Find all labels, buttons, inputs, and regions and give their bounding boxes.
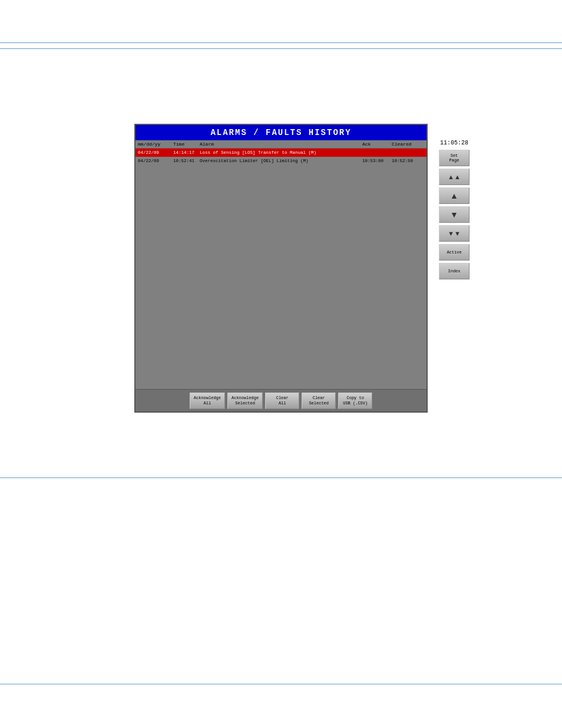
acknowledge-all-button[interactable]: AcknowledgeAll: [190, 393, 225, 409]
set-page-button[interactable]: SetPage: [439, 150, 470, 166]
bottom-line1: [0, 477, 562, 478]
acknowledge-selected-button[interactable]: AcknowledgeSelected: [227, 393, 263, 409]
top-line: [0, 42, 562, 43]
scroll-top-icon: ▲▲: [448, 173, 461, 180]
row-alarm: Overexcitation Limiter [OEL] Limiting (M…: [200, 159, 362, 163]
row-date: 04/22/09: [138, 159, 173, 163]
scroll-bottom-button[interactable]: ▼▼: [439, 225, 470, 242]
alarm-list: 04/22/09 14:14:17 Loss of Sensing [LOS] …: [135, 149, 427, 325]
row-alarm: Loss of Sensing [LOS] Transfer to Manual…: [200, 150, 362, 155]
second-line: [0, 48, 562, 49]
row-ack: 10:53:00: [362, 159, 392, 163]
table-header: mm/dd/yy Time Alarm Ack Cleared: [135, 140, 427, 149]
panel-title: ALARMS / FAULTS HISTORY: [135, 125, 427, 140]
header-alarm: Alarm: [200, 141, 362, 147]
active-button[interactable]: Active: [439, 244, 470, 261]
scroll-up-icon: ▲: [450, 191, 458, 200]
table-row[interactable]: 04/22/09 10:52:41 Overexcitation Limiter…: [135, 157, 427, 165]
scroll-down-icon: ▼: [450, 210, 458, 219]
clear-all-button[interactable]: ClearAll: [265, 393, 299, 409]
row-date: 04/22/09: [138, 150, 173, 155]
time-display: 11:05:28: [440, 140, 468, 146]
row-cleared: 10:52:50: [392, 159, 424, 163]
copy-to-usb-button[interactable]: Copy toUSB (.CSV): [338, 393, 372, 409]
panel-footer: AcknowledgeAll AcknowledgeSelected Clear…: [135, 389, 427, 411]
header-cleared: Cleared: [392, 141, 424, 147]
row-time: 14:14:17: [173, 150, 200, 155]
clear-selected-button[interactable]: ClearSelected: [302, 393, 336, 409]
header-date: mm/dd/yy: [138, 141, 173, 147]
header-time: Time: [173, 141, 200, 147]
scroll-bottom-icon: ▼▼: [448, 230, 461, 237]
row-time: 10:52:41: [173, 159, 200, 163]
bottom-line2: [0, 684, 562, 684]
table-row[interactable]: 04/22/09 14:14:17 Loss of Sensing [LOS] …: [135, 149, 427, 157]
header-ack: Ack: [362, 141, 392, 147]
alarms-panel: ALARMS / FAULTS HISTORY mm/dd/yy Time Al…: [134, 124, 428, 413]
index-button[interactable]: Index: [439, 263, 470, 279]
scroll-up-button[interactable]: ▲: [439, 187, 470, 204]
scroll-down-button[interactable]: ▼: [439, 206, 470, 223]
scroll-top-button[interactable]: ▲▲: [439, 169, 470, 185]
